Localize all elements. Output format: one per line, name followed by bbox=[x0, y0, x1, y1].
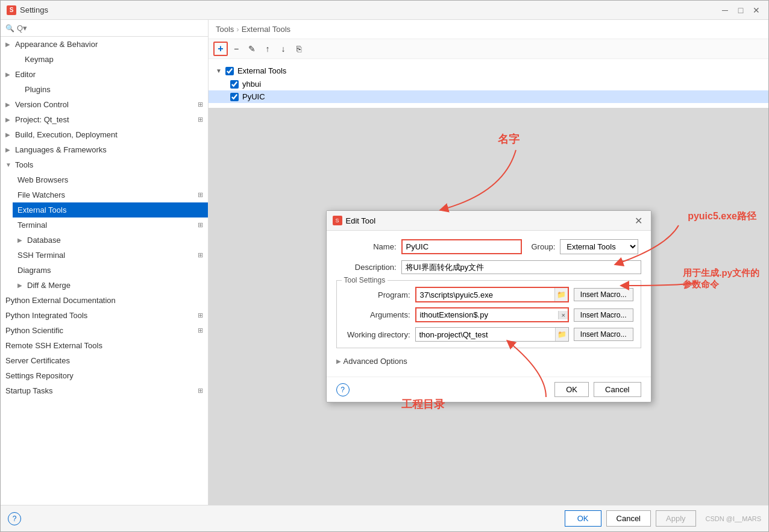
program-input[interactable] bbox=[416, 289, 554, 301]
move-up-button[interactable]: ↑ bbox=[260, 42, 275, 56]
add-button[interactable]: + bbox=[213, 42, 228, 56]
sidebar-item-python-scientific[interactable]: Python Scientific ⊞ bbox=[1, 323, 208, 338]
program-row: Program: 📁 Insert Macro... bbox=[344, 287, 633, 302]
nav-badge: ⊞ bbox=[198, 251, 203, 259]
desc-label: Description: bbox=[336, 263, 397, 272]
copy-button[interactable]: ⎘ bbox=[292, 42, 306, 56]
search-input[interactable] bbox=[17, 23, 203, 33]
sidebar-item-label: Python Scientific bbox=[5, 326, 63, 335]
sidebar-item-label: Plugins bbox=[25, 85, 51, 94]
sidebar-item-plugins[interactable]: Plugins bbox=[1, 82, 208, 97]
toolbar: + − ✎ ↑ ↓ ⎘ bbox=[209, 39, 768, 59]
sidebar-item-python-ext-doc[interactable]: Python External Documentation bbox=[1, 293, 208, 308]
sidebar-item-label: Appearance & Behavior bbox=[15, 40, 98, 49]
sidebar-item-label: Terminal bbox=[17, 221, 47, 230]
tool-item-pyuic[interactable]: PyUIC bbox=[209, 90, 768, 103]
sidebar-item-label: External Tools bbox=[17, 205, 66, 214]
arguments-input[interactable] bbox=[416, 308, 559, 321]
working-dir-input[interactable] bbox=[416, 328, 555, 341]
item-checkbox[interactable] bbox=[230, 93, 239, 101]
program-insert-macro-button[interactable]: Insert Macro... bbox=[574, 288, 633, 301]
dialog-footer: ? OK Cancel bbox=[327, 377, 651, 402]
sidebar-item-label: Python Integrated Tools bbox=[5, 311, 87, 320]
maximize-button[interactable]: □ bbox=[735, 4, 747, 16]
sidebar-item-project[interactable]: ▶ Project: Qt_test ⊞ bbox=[1, 112, 208, 127]
remove-button[interactable]: − bbox=[229, 42, 243, 56]
sidebar-item-server-certs[interactable]: Server Certificates bbox=[1, 353, 208, 368]
sidebar-item-label: Diagrams bbox=[17, 266, 51, 275]
expand-icon: ▶ bbox=[5, 131, 15, 138]
expand-icon: ▶ bbox=[5, 146, 15, 153]
sidebar-item-terminal[interactable]: Terminal ⊞ bbox=[13, 217, 208, 233]
advanced-options-row[interactable]: ▶ Advanced Options bbox=[336, 354, 641, 368]
tool-item-yhbui[interactable]: yhbui bbox=[209, 78, 768, 90]
sidebar-item-label: Server Certificates bbox=[5, 356, 70, 365]
sidebar-item-label: Diff & Merge bbox=[27, 281, 71, 290]
search-bar[interactable]: 🔍 bbox=[1, 20, 208, 37]
footer-cancel-button[interactable]: Cancel bbox=[606, 510, 651, 527]
nav-badge: ⊞ bbox=[198, 101, 203, 108]
sidebar-item-label: Python External Documentation bbox=[5, 296, 116, 305]
group-select[interactable]: External Tools bbox=[560, 239, 638, 254]
name-row: Name: Group: External Tools bbox=[336, 239, 641, 254]
minimize-button[interactable]: ─ bbox=[719, 4, 731, 16]
sidebar-item-file-watchers[interactable]: File Watchers ⊞ bbox=[13, 187, 208, 202]
sidebar-item-settings-repo[interactable]: Settings Repository bbox=[1, 368, 208, 383]
footer-help-button[interactable]: ? bbox=[8, 512, 21, 525]
window-title: Settings bbox=[20, 5, 719, 14]
working-dir-browse-button[interactable]: 📁 bbox=[555, 328, 568, 341]
sidebar-item-database[interactable]: ▶ Database bbox=[13, 233, 208, 248]
expand-icon: ▶ bbox=[5, 116, 15, 123]
sidebar-item-label: Database bbox=[27, 236, 61, 245]
dialog-help-button[interactable]: ? bbox=[336, 383, 350, 396]
close-button[interactable]: ✕ bbox=[750, 4, 762, 16]
sidebar-item-startup-tasks[interactable]: Startup Tasks ⊞ bbox=[1, 383, 208, 398]
item-checkbox[interactable] bbox=[230, 80, 239, 89]
sidebar-item-web-browsers[interactable]: Web Browsers bbox=[13, 172, 208, 187]
name-input[interactable] bbox=[401, 239, 522, 254]
arguments-row: Arguments: × Insert Macro... bbox=[344, 307, 633, 322]
working-dir-insert-macro-button[interactable]: Insert Macro... bbox=[574, 328, 633, 341]
sidebar-item-python-int-tools[interactable]: Python Integrated Tools ⊞ bbox=[1, 308, 208, 323]
dialog-ok-button[interactable]: OK bbox=[554, 382, 589, 397]
sidebar: 🔍 ▶ Appearance & Behavior Keymap ▶ Edito… bbox=[1, 20, 209, 505]
move-down-button[interactable]: ↓ bbox=[276, 42, 290, 56]
sidebar-item-languages[interactable]: ▶ Languages & Frameworks bbox=[1, 142, 208, 157]
nav-badge: ⊞ bbox=[198, 191, 203, 199]
sidebar-item-remote-ssh[interactable]: Remote SSH External Tools bbox=[1, 338, 208, 353]
sidebar-item-tools[interactable]: ▼ Tools bbox=[1, 157, 208, 172]
arguments-label: Arguments: bbox=[344, 310, 410, 319]
sidebar-item-appearance[interactable]: ▶ Appearance & Behavior bbox=[1, 37, 208, 52]
sidebar-item-ssh-terminal[interactable]: SSH Terminal ⊞ bbox=[13, 248, 208, 263]
dialog-cancel-button[interactable]: Cancel bbox=[594, 382, 641, 397]
sidebar-item-label: Tools bbox=[15, 160, 33, 169]
program-browse-button[interactable]: 📁 bbox=[554, 288, 568, 301]
window-footer: ? OK Cancel Apply CSDN @I__MARS bbox=[1, 505, 768, 531]
nav-badge: ⊞ bbox=[198, 116, 203, 124]
description-input[interactable] bbox=[401, 260, 641, 274]
sidebar-item-build[interactable]: ▶ Build, Execution, Deployment bbox=[1, 127, 208, 142]
sidebar-item-diff-merge[interactable]: ▶ Diff & Merge bbox=[13, 278, 208, 293]
sidebar-item-external-tools[interactable]: External Tools bbox=[13, 202, 208, 217]
group-checkbox[interactable] bbox=[225, 67, 234, 75]
dialog-close-button[interactable]: ✕ bbox=[633, 214, 645, 227]
expand-icon: ▶ bbox=[5, 41, 15, 48]
sidebar-item-keymap[interactable]: Keymap bbox=[1, 52, 208, 67]
dialog-title-bar: S Edit Tool ✕ bbox=[327, 211, 651, 231]
group-label-text: Group: bbox=[532, 242, 556, 251]
window-controls: ─ □ ✕ bbox=[719, 4, 762, 16]
sidebar-item-label: Editor bbox=[15, 70, 36, 79]
sidebar-item-version-control[interactable]: ▶ Version Control ⊞ bbox=[1, 97, 208, 112]
footer-apply-button[interactable]: Apply bbox=[656, 510, 696, 527]
expand-icon: ▶ bbox=[17, 282, 27, 289]
footer-ok-button[interactable]: OK bbox=[565, 510, 601, 527]
sidebar-item-label: Project: Qt_test bbox=[15, 115, 69, 124]
group-expand-icon[interactable]: ▼ bbox=[216, 67, 222, 74]
sidebar-item-editor[interactable]: ▶ Editor bbox=[1, 67, 208, 82]
program-input-group: 📁 bbox=[415, 287, 569, 302]
expand-icon: ▶ bbox=[17, 237, 27, 243]
arguments-insert-macro-button[interactable]: Insert Macro... bbox=[574, 308, 633, 322]
sidebar-item-diagrams[interactable]: Diagrams bbox=[13, 263, 208, 278]
working-dir-input-group: 📁 bbox=[415, 327, 569, 342]
edit-button[interactable]: ✎ bbox=[245, 42, 259, 56]
